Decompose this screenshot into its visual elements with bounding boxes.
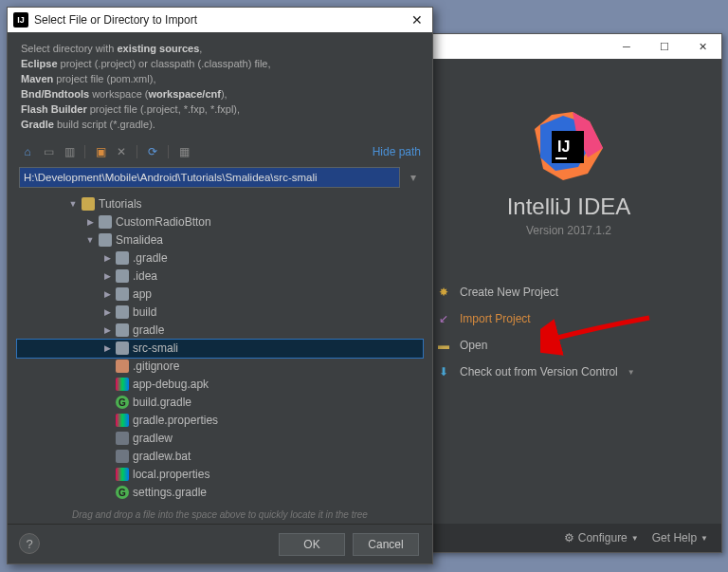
- configure-dropdown[interactable]: ⚙ Configure ▼: [564, 531, 639, 544]
- chevron-down-icon: ▼: [701, 534, 708, 543]
- tree-label: app-debug.apk: [133, 378, 209, 391]
- folder-icon: [116, 287, 129, 301]
- import-project[interactable]: ↙ Import Project: [437, 305, 701, 332]
- tree-row[interactable]: local.properties: [17, 466, 423, 484]
- tree-row[interactable]: src-smali: [17, 340, 423, 358]
- tree-label: build: [133, 305, 156, 319]
- tree-label: .gitignore: [133, 360, 179, 373]
- file-icon: [116, 450, 129, 463]
- get-help-dropdown[interactable]: Get Help ▼: [652, 531, 708, 544]
- folder-icon: [116, 341, 129, 355]
- action-label: Create New Project: [460, 286, 558, 299]
- welcome-titlebar: ─ ☐ ✕: [416, 34, 721, 59]
- new-folder-icon[interactable]: ▣: [92, 143, 109, 160]
- close-icon[interactable]: ✕: [408, 10, 427, 29]
- tree-row[interactable]: .idea: [17, 268, 423, 286]
- expand-arrow-icon[interactable]: [102, 289, 112, 299]
- tree-row[interactable]: Smalidea: [17, 231, 423, 249]
- tree-row[interactable]: CustomRadioBtton: [17, 213, 423, 231]
- project-icon[interactable]: ▥: [61, 143, 78, 160]
- delete-icon[interactable]: ✕: [113, 143, 130, 160]
- maximize-button[interactable]: ☐: [646, 34, 683, 59]
- welcome-window: ─ ☐ ✕ IJ IntelliJ IDEA Version 2017.1.2 …: [415, 33, 722, 553]
- action-label: Import Project: [460, 312, 531, 325]
- intellij-logo: IJ: [437, 112, 701, 180]
- expand-arrow-icon[interactable]: [102, 307, 112, 317]
- app-name: IntelliJ IDEA: [437, 194, 701, 220]
- hide-path-link[interactable]: Hide path: [373, 145, 421, 158]
- folder-icon: [116, 251, 129, 265]
- tree-label: build.gradle: [133, 396, 191, 409]
- tree-row[interactable]: app: [17, 286, 423, 304]
- expand-arrow-icon[interactable]: [68, 199, 78, 209]
- tree-row[interactable]: gradlew.bat: [17, 448, 423, 466]
- file-tree[interactable]: TutorialsCustomRadioBttonSmalidea.gradle…: [8, 194, 432, 506]
- expand-arrow-icon[interactable]: [102, 253, 112, 263]
- tree-label: gradlew.bat: [133, 450, 191, 463]
- history-icon[interactable]: ▾: [406, 171, 421, 184]
- tree-label: src-smali: [133, 341, 178, 355]
- file-icon: [116, 468, 129, 481]
- tree-row[interactable]: Gsettings.gradle: [17, 484, 423, 502]
- open-project[interactable]: ▬ Open: [437, 332, 701, 359]
- file-icon: [116, 432, 129, 445]
- folder-icon: [99, 233, 112, 247]
- tree-label: Smalidea: [116, 233, 163, 247]
- tree-label: .idea: [133, 269, 157, 283]
- show-hidden-icon[interactable]: ▦: [175, 143, 192, 160]
- checkout-vcs[interactable]: ⬇ Check out from Version Control ▼: [437, 359, 701, 385]
- welcome-footer: ⚙ Configure ▼ Get Help ▼: [416, 524, 721, 552]
- import-dialog: IJ Select File or Directory to Import ✕ …: [7, 7, 433, 564]
- download-icon: ⬇: [437, 365, 450, 378]
- tree-hint: Drag and drop a file into the space abov…: [8, 506, 432, 524]
- expand-arrow-icon[interactable]: [102, 271, 112, 281]
- tree-row[interactable]: .gitignore: [17, 358, 423, 376]
- dialog-toolbar: ⌂ ▭ ▥ ▣ ✕ ⟳ ▦ Hide path: [8, 140, 432, 163]
- tree-label: .gradle: [133, 251, 168, 265]
- ok-button[interactable]: OK: [279, 533, 345, 556]
- home-icon[interactable]: ⌂: [19, 143, 36, 160]
- file-icon: [116, 414, 129, 427]
- sparkle-icon: ✸: [437, 286, 450, 299]
- expand-arrow-icon[interactable]: [102, 343, 112, 353]
- expand-arrow-icon[interactable]: [85, 235, 95, 245]
- dialog-title: Select File or Directory to Import: [34, 13, 408, 27]
- create-new-project[interactable]: ✸ Create New Project: [437, 279, 701, 305]
- tree-row[interactable]: gradle: [17, 322, 423, 340]
- tree-label: gradle.properties: [133, 414, 218, 427]
- app-version: Version 2017.1.2: [437, 224, 701, 237]
- dialog-description: Select directory with existing sources, …: [8, 32, 432, 140]
- tree-row[interactable]: Gbuild.gradle: [17, 394, 423, 412]
- file-icon: [116, 360, 129, 373]
- tree-label: CustomRadioBtton: [116, 215, 211, 229]
- tree-label: app: [133, 287, 152, 301]
- gear-icon: ⚙: [564, 531, 574, 544]
- path-input[interactable]: [19, 167, 400, 188]
- expand-arrow-icon[interactable]: [85, 217, 95, 227]
- tree-row[interactable]: gradlew: [17, 430, 423, 448]
- action-label: Open: [460, 339, 487, 352]
- tree-row[interactable]: app-debug.apk: [17, 376, 423, 394]
- import-icon: ↙: [437, 312, 450, 325]
- tree-row[interactable]: gradle.properties: [17, 412, 423, 430]
- dialog-titlebar[interactable]: IJ Select File or Directory to Import ✕: [8, 8, 432, 32]
- desktop-icon[interactable]: ▭: [40, 143, 57, 160]
- intellij-icon: IJ: [13, 12, 28, 28]
- folder-icon: [116, 305, 129, 319]
- expand-arrow-icon[interactable]: [102, 325, 112, 335]
- footer-label: Configure: [578, 531, 628, 544]
- cancel-button[interactable]: Cancel: [353, 533, 419, 556]
- tree-row[interactable]: .gradle: [17, 249, 423, 268]
- svg-rect-5: [555, 157, 567, 159]
- minimize-button[interactable]: ─: [608, 34, 646, 59]
- tree-label: gradle: [133, 323, 164, 337]
- tree-row[interactable]: Tutorials: [17, 195, 423, 213]
- refresh-icon[interactable]: ⟳: [144, 143, 161, 160]
- svg-text:IJ: IJ: [557, 138, 570, 155]
- close-button[interactable]: ✕: [683, 34, 721, 59]
- tree-row[interactable]: build: [17, 304, 423, 322]
- chevron-down-icon: ▼: [628, 368, 635, 377]
- chevron-down-icon: ▼: [631, 534, 639, 543]
- folder-icon: [116, 269, 129, 283]
- help-button[interactable]: ?: [19, 533, 40, 554]
